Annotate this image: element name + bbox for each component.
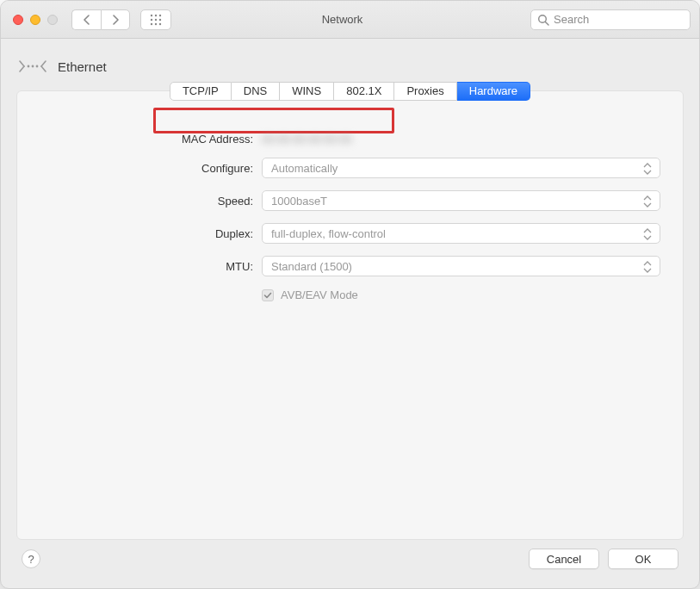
back-button[interactable]	[71, 9, 101, 30]
help-button[interactable]: ?	[22, 549, 40, 568]
ok-button[interactable]: OK	[608, 549, 678, 569]
search-wrap	[530, 9, 691, 30]
row-configure: Configure: Automatically	[40, 158, 660, 178]
label-duplex: Duplex:	[40, 227, 253, 240]
svg-point-11	[28, 65, 30, 68]
grid-icon	[150, 14, 162, 26]
search-icon	[537, 14, 549, 26]
minimize-icon[interactable]	[30, 15, 40, 25]
tab-dns[interactable]: DNS	[232, 82, 280, 101]
svg-point-3	[151, 18, 152, 20]
svg-point-0	[151, 14, 152, 16]
tab-hardware[interactable]: Hardware	[457, 82, 530, 101]
highlight-box	[153, 108, 394, 133]
select-speed[interactable]: 1000baseT	[262, 190, 660, 211]
tab-proxies[interactable]: Proxies	[394, 82, 456, 101]
label-configure: Configure:	[40, 162, 253, 175]
svg-point-2	[159, 14, 161, 16]
tab-tcpip[interactable]: TCP/IP	[170, 82, 232, 101]
close-icon[interactable]	[13, 15, 23, 25]
select-configure[interactable]: Automatically	[262, 158, 660, 178]
zoom-icon	[47, 15, 58, 25]
svg-point-1	[155, 14, 157, 16]
svg-point-6	[151, 22, 152, 24]
tab-bar: TCP/IP DNS WINS 802.1X Proxies Hardware	[17, 82, 683, 101]
forward-button[interactable]	[101, 9, 130, 30]
row-speed: Speed: 1000baseT	[40, 190, 660, 211]
stepper-icon	[643, 193, 657, 210]
tab-8021x[interactable]: 802.1X	[334, 82, 394, 101]
checkbox-avb[interactable]	[262, 289, 274, 301]
svg-point-7	[155, 22, 157, 24]
nav-segment	[71, 9, 130, 30]
page-title: Ethernet	[58, 59, 107, 74]
svg-point-12	[32, 65, 34, 68]
chevron-left-icon	[83, 15, 90, 25]
label-mtu: MTU:	[40, 260, 253, 273]
label-mac: MAC Address:	[40, 133, 253, 146]
svg-point-5	[159, 18, 161, 20]
select-duplex[interactable]: full-duplex, flow-control	[262, 223, 660, 244]
svg-point-4	[155, 18, 157, 20]
select-mtu[interactable]: Standard (1500)	[262, 256, 660, 276]
hardware-form: MAC Address: 00:00:00:00:00:00 Configure…	[17, 110, 683, 301]
label-speed: Speed:	[40, 195, 253, 208]
stepper-icon	[643, 258, 657, 276]
stepper-icon	[643, 226, 657, 243]
row-mtu: MTU: Standard (1500)	[40, 256, 660, 276]
row-mac: MAC Address: 00:00:00:00:00:00	[40, 133, 660, 146]
svg-line-10	[545, 22, 548, 25]
window-toolbar: Network	[1, 1, 699, 39]
select-duplex-value: full-duplex, flow-control	[271, 227, 386, 240]
ethernet-icon	[18, 54, 47, 78]
svg-point-13	[36, 65, 39, 68]
select-mtu-value: Standard (1500)	[271, 260, 352, 273]
label-avb: AVB/EAV Mode	[281, 288, 358, 301]
network-prefs-window: Network Ethernet TCP/IP DNS	[0, 0, 700, 589]
tab-wins[interactable]: WINS	[280, 82, 334, 101]
cancel-button[interactable]: Cancel	[529, 549, 599, 569]
check-icon	[263, 291, 272, 300]
stepper-icon	[643, 160, 657, 177]
chevron-right-icon	[112, 15, 120, 25]
search-input[interactable]	[530, 9, 691, 30]
window-title: Network	[177, 13, 508, 26]
window-traffic-lights	[13, 15, 58, 25]
select-speed-value: 1000baseT	[271, 195, 327, 208]
show-all-button[interactable]	[140, 9, 171, 30]
settings-panel: TCP/IP DNS WINS 802.1X Proxies Hardware …	[16, 90, 684, 540]
svg-point-8	[159, 22, 161, 24]
value-mac: 00:00:00:00:00:00	[262, 133, 352, 146]
footer-bar: ? Cancel OK	[16, 540, 684, 573]
row-avb: AVB/EAV Mode	[262, 288, 660, 301]
row-duplex: Duplex: full-duplex, flow-control	[40, 223, 660, 244]
content-area: Ethernet TCP/IP DNS WINS 802.1X Proxies …	[1, 39, 699, 588]
select-configure-value: Automatically	[271, 162, 338, 175]
